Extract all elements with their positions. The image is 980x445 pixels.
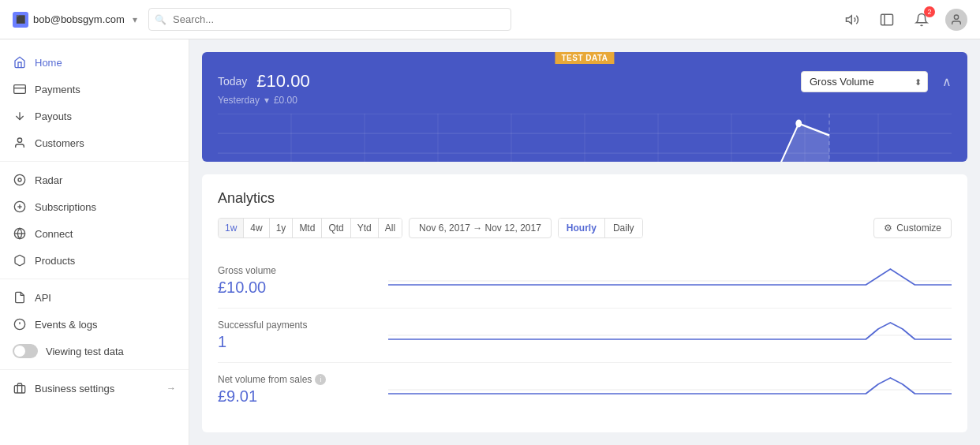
gran-btn-hourly[interactable]: Hourly bbox=[559, 219, 605, 237]
analytics-controls: 1w 4w 1y Mtd Qtd Ytd All Nov 6, 2017 → N… bbox=[218, 218, 952, 238]
radar-icon bbox=[13, 173, 27, 187]
sidebar-item-events-logs[interactable]: Events & logs bbox=[0, 311, 189, 338]
analytics-section: Analytics 1w 4w 1y Mtd Qtd Ytd All Nov 6… bbox=[202, 174, 967, 432]
customers-icon bbox=[13, 136, 27, 150]
dashboard-card: TEST DATA Today £10.00 Yesterday ▾ £0.00 bbox=[202, 52, 967, 162]
period-btn-ytd[interactable]: Ytd bbox=[351, 219, 379, 237]
sidebar-item-label: Customers bbox=[35, 137, 84, 149]
dashboard-yesterday: Yesterday ▾ £0.00 bbox=[218, 95, 310, 106]
metric-label: Net volume from sales i bbox=[218, 374, 376, 385]
speaker-icon[interactable] bbox=[841, 9, 863, 31]
svg-rect-18 bbox=[14, 386, 24, 393]
svg-point-3 bbox=[954, 15, 958, 19]
gear-icon: ⚙ bbox=[884, 222, 892, 234]
sidebar-item-connect[interactable]: Connect bbox=[0, 220, 189, 247]
account-icon: ⬛ bbox=[13, 12, 28, 28]
analytics-title: Analytics bbox=[218, 190, 952, 207]
date-range-button[interactable]: Nov 6, 2017 → Nov 12, 2017 bbox=[409, 218, 552, 238]
gross-volume-select-wrapper: Gross Volume Net Volume Successful Payme… bbox=[801, 71, 928, 92]
sidebar-item-api[interactable]: API bbox=[0, 284, 189, 311]
avatar[interactable] bbox=[945, 9, 967, 31]
header-icons: 2 bbox=[841, 9, 967, 31]
sidebar-divider-2 bbox=[0, 279, 189, 279]
dashboard-left: Today £10.00 Yesterday ▾ £0.00 bbox=[218, 71, 310, 106]
metric-label: Successful payments bbox=[218, 320, 376, 331]
main-content: TEST DATA Today £10.00 Yesterday ▾ £0.00 bbox=[189, 39, 980, 445]
svg-marker-32 bbox=[769, 124, 830, 163]
payouts-icon bbox=[13, 109, 27, 123]
sidebar-item-home[interactable]: Home bbox=[0, 49, 189, 76]
subscriptions-icon bbox=[13, 200, 27, 214]
bookmark-icon[interactable] bbox=[876, 9, 898, 31]
top-header: ⬛ bob@bobsgym.com ▾ 2 bbox=[0, 0, 980, 39]
gran-btn-daily[interactable]: Daily bbox=[605, 219, 642, 237]
sidebar-item-payments[interactable]: Payments bbox=[0, 76, 189, 103]
granularity-buttons: Hourly Daily bbox=[558, 218, 643, 238]
dashboard-chart bbox=[218, 114, 952, 162]
metric-info: Successful payments 1 bbox=[218, 320, 376, 351]
info-icon[interactable]: i bbox=[315, 374, 326, 385]
yesterday-amount: £0.00 bbox=[274, 95, 297, 106]
sidebar: Home Payments Payouts bbox=[0, 39, 189, 445]
api-icon bbox=[13, 290, 27, 305]
sidebar-item-label: Radar bbox=[35, 174, 62, 186]
sidebar-item-viewing-test-data[interactable]: Viewing test data bbox=[0, 338, 189, 365]
svg-point-9 bbox=[18, 178, 21, 181]
metric-value: £10.00 bbox=[218, 279, 376, 297]
metric-row-gross-volume: Gross volume £10.00 bbox=[218, 254, 952, 309]
products-icon bbox=[13, 253, 27, 267]
period-btn-1w[interactable]: 1w bbox=[219, 219, 244, 237]
svg-marker-0 bbox=[847, 15, 852, 24]
svg-rect-1 bbox=[881, 14, 893, 25]
sidebar-item-business-settings[interactable]: Business settings → bbox=[0, 375, 189, 402]
metric-value: £9.01 bbox=[218, 387, 376, 406]
search-bar bbox=[148, 8, 511, 31]
sidebar-divider-1 bbox=[0, 161, 189, 162]
sidebar-item-payouts[interactable]: Payouts bbox=[0, 103, 189, 129]
sidebar-divider-3 bbox=[0, 369, 189, 370]
period-btn-all[interactable]: All bbox=[379, 219, 402, 237]
metric-chart-gross-volume bbox=[388, 265, 952, 297]
toggle-knob bbox=[14, 346, 25, 357]
sidebar-item-label: Events & logs bbox=[35, 319, 98, 331]
metric-chart-net-volume bbox=[388, 374, 952, 406]
period-btn-4w[interactable]: 4w bbox=[244, 219, 269, 237]
home-icon bbox=[13, 55, 27, 69]
account-email: bob@bobsgym.com bbox=[33, 13, 125, 25]
sidebar-item-label: Business settings bbox=[35, 383, 114, 395]
sidebar-item-products[interactable]: Products bbox=[0, 247, 189, 274]
gross-volume-select[interactable]: Gross Volume Net Volume Successful Payme… bbox=[801, 71, 928, 92]
period-btn-1y[interactable]: 1y bbox=[270, 219, 294, 237]
notification-icon[interactable]: 2 bbox=[911, 9, 933, 31]
events-logs-icon bbox=[13, 317, 27, 331]
sidebar-item-label: Payments bbox=[35, 84, 80, 95]
sidebar-item-label: Connect bbox=[35, 228, 73, 240]
period-btn-mtd[interactable]: Mtd bbox=[293, 219, 322, 237]
payments-icon bbox=[13, 82, 27, 96]
sidebar-item-subscriptions[interactable]: Subscriptions bbox=[0, 193, 189, 220]
svg-point-33 bbox=[795, 120, 802, 128]
search-input[interactable] bbox=[148, 8, 511, 31]
metric-info: Net volume from sales i £9.01 bbox=[218, 374, 376, 406]
metric-value: 1 bbox=[218, 333, 376, 351]
test-data-toggle[interactable] bbox=[13, 344, 38, 358]
period-btn-qtd[interactable]: Qtd bbox=[322, 219, 350, 237]
sidebar-item-label: Payouts bbox=[35, 110, 72, 122]
sidebar-item-label: Products bbox=[35, 255, 75, 267]
customize-button[interactable]: ⚙ Customize bbox=[873, 218, 952, 238]
account-selector[interactable]: ⬛ bob@bobsgym.com ▾ bbox=[13, 12, 139, 28]
chart-svg bbox=[218, 114, 952, 162]
yesterday-chevron-icon: ▾ bbox=[264, 95, 269, 106]
dashboard-top: Today £10.00 Yesterday ▾ £0.00 Gross Vol… bbox=[218, 71, 952, 106]
business-settings-icon bbox=[13, 381, 27, 395]
dashboard-today: Today £10.00 bbox=[218, 71, 310, 92]
period-buttons: 1w 4w 1y Mtd Qtd Ytd All bbox=[218, 218, 402, 238]
chart-expand-icon[interactable]: ∧ bbox=[942, 74, 952, 89]
sidebar-item-customers[interactable]: Customers bbox=[0, 129, 189, 156]
sidebar-item-radar[interactable]: Radar bbox=[0, 166, 189, 193]
notification-badge: 2 bbox=[924, 6, 935, 17]
today-amount: £10.00 bbox=[256, 71, 309, 92]
main-layout: Home Payments Payouts bbox=[0, 39, 980, 445]
sidebar-item-label: Subscriptions bbox=[35, 201, 96, 213]
sidebar-item-label: API bbox=[35, 292, 51, 304]
